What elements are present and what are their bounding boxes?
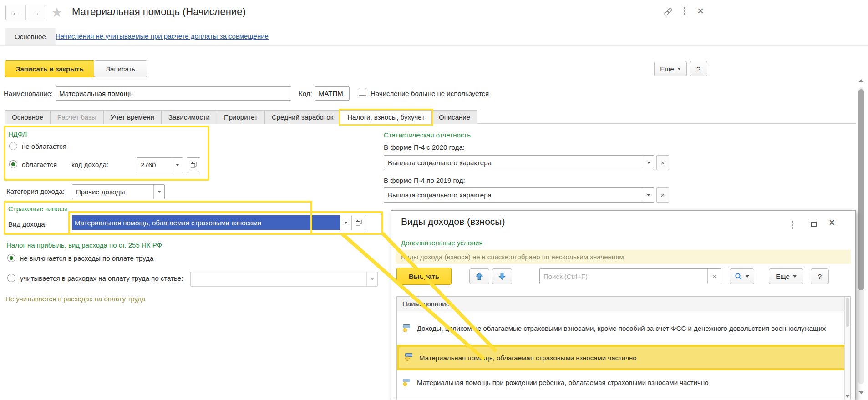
code-label: Код: (299, 90, 312, 97)
move-up-button[interactable] (469, 268, 489, 284)
header-separator (0, 45, 868, 46)
open-form-icon (355, 219, 362, 226)
save-close-button[interactable]: Записать и закрыть (5, 60, 95, 77)
save-button[interactable]: Записать (94, 60, 147, 77)
profit-not-included-radio[interactable] (7, 254, 15, 262)
popup-more-label: Еще (776, 273, 790, 280)
popup-title: Виды доходов (взносы) (401, 216, 505, 227)
name-label: Наименование: (4, 90, 53, 97)
income-kind-combo[interactable]: Материальная помощь, облагаемая страховы… (72, 215, 366, 230)
p4-2020-value: Выплата социального характера (384, 156, 643, 170)
profit-tax-note: Не учитывается в расходах на оплату труд… (5, 295, 145, 303)
form-more-button[interactable]: Еще (654, 61, 687, 76)
profit-tax-header: Налог на прибыль, вид расхода по ст. 255… (6, 241, 162, 249)
tab-sredniy-zarabotok[interactable]: Средний заработок (264, 110, 340, 124)
select-button[interactable]: Выбрать (396, 268, 452, 285)
scroll-up-icon[interactable] (859, 79, 863, 82)
not-used-checkbox[interactable] (359, 88, 366, 96)
income-category-dropdown[interactable] (153, 185, 164, 199)
chevron-down-icon (677, 68, 681, 70)
nav-section-main[interactable]: Основное (5, 28, 56, 45)
back-button[interactable]: ← (6, 5, 26, 20)
ndfl-header: НДФЛ (8, 130, 27, 138)
window-menu-icon[interactable] (684, 7, 685, 15)
expense-item-dropdown[interactable] (366, 272, 377, 286)
main-scrollbar-thumb[interactable] (858, 89, 864, 290)
scroll-down-icon[interactable] (845, 395, 850, 398)
p4-2020-label: В форме П-4 с 2020 года: (384, 143, 465, 151)
forward-button[interactable]: → (26, 5, 46, 20)
income-code-combo[interactable]: 2760 (137, 157, 183, 172)
tab-raschet-bazy[interactable]: Расчет базы (50, 110, 104, 124)
p4-2019-combo[interactable]: Выплата социального характера (384, 187, 654, 203)
p4-2020-combo[interactable]: Выплата социального характера (384, 155, 654, 170)
tab-zavisimosti[interactable]: Зависимости (161, 110, 217, 124)
arrow-up-icon (475, 272, 483, 280)
ndfl-taxed-radio[interactable] (9, 160, 17, 168)
p4-2019-dropdown[interactable] (643, 188, 654, 202)
scroll-down-icon[interactable] (859, 391, 863, 394)
ndfl-not-taxed-radio[interactable] (9, 142, 17, 150)
p4-2020-clear-button[interactable]: × (656, 155, 669, 170)
table-row[interactable]: Доходы, целиком не облагаемые страховыми… (397, 311, 850, 345)
income-kinds-popup: Виды доходов (взносы) × Дополнительные у… (391, 210, 856, 400)
table-row[interactable]: Материальная помощь при рождении ребенка… (397, 370, 850, 394)
income-category-combo[interactable]: Прочие доходы (72, 184, 165, 199)
form-tab-strip: Основное Расчет базы Учет времени Зависи… (5, 110, 856, 124)
table-scrollbar[interactable] (844, 297, 850, 400)
form-more-label: Еще (660, 65, 674, 73)
arrow-down-icon (498, 272, 506, 280)
income-kinds-table: Наименование Доходы, целиком не облагаем… (396, 296, 851, 400)
tab-prioritet[interactable]: Приоритет (217, 110, 265, 124)
table-scrollbar-thumb[interactable] (846, 298, 849, 327)
chevron-down-icon (793, 275, 797, 278)
income-kind-dropdown[interactable] (340, 215, 351, 230)
popup-help-button[interactable]: ? (811, 268, 829, 284)
income-code-open-button[interactable] (187, 157, 200, 172)
form-help-button[interactable]: ? (690, 61, 707, 76)
popup-menu-icon[interactable] (792, 221, 793, 229)
tab-uchet-vremeni[interactable]: Учет времени (103, 110, 162, 124)
search-field-wrap: × (539, 268, 721, 284)
p4-2019-clear-button[interactable]: × (656, 187, 669, 203)
table-row-selected[interactable]: Материальная помощь, облагаемая страховы… (397, 345, 850, 370)
column-header-name[interactable]: Наименование (397, 297, 850, 311)
favorite-star-icon[interactable]: ★ (51, 5, 63, 20)
income-category-label: Категория дохода: (6, 187, 65, 195)
magnifier-icon (735, 273, 742, 280)
income-category-value: Прочие доходы (72, 185, 153, 199)
related-info-link[interactable]: Начисления не учитываемые при расчете до… (56, 32, 269, 40)
row-label: Материальная помощь, облагаемая страховы… (419, 352, 843, 364)
popup-more-button[interactable]: Еще (769, 268, 803, 284)
popup-maximize-icon[interactable] (811, 222, 817, 227)
additional-conditions-link[interactable]: Дополнительные условия (401, 239, 482, 247)
search-input[interactable] (540, 269, 707, 284)
tab-opisanie[interactable]: Описание (431, 110, 477, 124)
tab-osnovnoe[interactable]: Основное (5, 110, 51, 124)
chevron-down-icon (746, 275, 749, 278)
copy-link-icon[interactable] (663, 6, 674, 19)
page-title: Материальная помощь (Начисление) (72, 6, 246, 18)
search-clear-button[interactable]: × (707, 269, 721, 284)
row-label: Доходы, целиком не облагаемые страховыми… (417, 323, 840, 334)
expense-item-combo[interactable] (190, 272, 378, 287)
tab-nalogi-vznosy[interactable]: Налоги, взносы, бухучет (340, 110, 432, 124)
p4-2020-dropdown[interactable] (643, 156, 654, 170)
code-input[interactable] (315, 86, 350, 101)
income-code-dropdown[interactable] (172, 158, 183, 172)
profit-not-included-label: не включается в расходы по оплате труда (20, 254, 153, 262)
income-kind-open-button[interactable] (351, 215, 366, 230)
profit-included-radio[interactable] (7, 274, 15, 282)
not-used-label: Начисление больше не используется (371, 90, 489, 97)
window-close-icon[interactable]: × (697, 6, 704, 16)
move-down-button[interactable] (492, 268, 512, 284)
income-kind-icon (402, 378, 411, 387)
ndfl-not-taxed-label: не облагается (22, 142, 66, 150)
name-input[interactable] (56, 86, 291, 101)
main-scrollbar[interactable] (858, 77, 865, 394)
expense-item-value (191, 272, 366, 286)
history-nav: ← → (5, 5, 46, 20)
income-kind-icon (402, 324, 411, 333)
search-options-button[interactable] (730, 268, 754, 284)
popup-close-icon[interactable]: × (829, 218, 835, 227)
